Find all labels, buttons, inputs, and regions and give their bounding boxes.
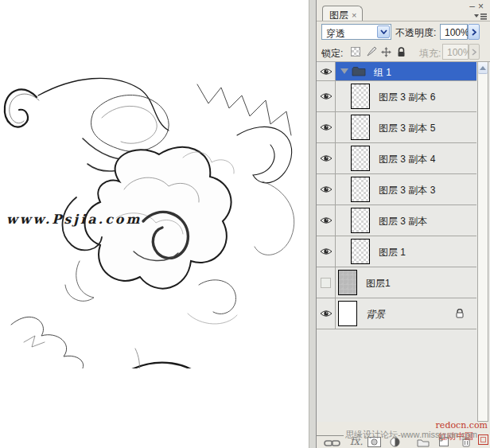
panel-menu-button[interactable] — [473, 12, 488, 21]
eye-icon — [320, 185, 332, 193]
photoshop-workspace: www.Psjia.com –× 图层× 穿透 不透明度: 100% — [0, 0, 490, 448]
tabstrip-divider — [317, 21, 490, 21]
watermark-forum-text: 思缘设计论坛-www.missyuan.com — [317, 429, 485, 441]
visibility-toggle[interactable] — [317, 143, 336, 173]
blend-mode-select[interactable]: 穿透 — [321, 24, 391, 40]
scroll-up-button[interactable] — [478, 62, 488, 74]
eye-icon — [320, 92, 332, 100]
scroll-up-arrow-icon — [480, 66, 486, 70]
tab-layers-label: 图层 — [329, 10, 348, 21]
layers-scrollbar[interactable] — [477, 61, 488, 422]
minimize-button[interactable]: – — [469, 1, 478, 12]
layer-row[interactable]: 图层 3 副本 3 — [317, 174, 476, 205]
eye-icon — [320, 68, 332, 76]
layer-thumbnail[interactable] — [338, 270, 357, 295]
visibility-toggle[interactable] — [317, 298, 336, 329]
layer-row[interactable]: 图层 3 副本 4 — [317, 143, 476, 174]
layer-thumbnail[interactable] — [351, 115, 370, 140]
visibility-toggle[interactable] — [317, 81, 336, 111]
watermark-redocn-text: redocn.com — [436, 420, 488, 430]
layer-row[interactable]: 图层 3 副本 5 — [317, 112, 476, 143]
layer-row-group-1[interactable]: 组 1 — [317, 62, 476, 81]
fill-arrow-button — [469, 44, 480, 60]
layer-thumbnail[interactable] — [351, 84, 370, 109]
layer-thumbnail[interactable] — [351, 146, 370, 171]
lock-icon — [397, 47, 406, 57]
layer-name: 图层1 — [366, 277, 391, 290]
eye-icon — [320, 154, 332, 162]
visibility-toggle[interactable] — [317, 62, 336, 80]
layer-name: 图层 3 副本 3 — [379, 184, 435, 197]
chevron-right-icon — [472, 49, 476, 56]
panel-footer-toolbar: fx. 思缘设计论坛-www.missyuan.com redocn.com 红… — [317, 422, 490, 448]
layer-row[interactable]: 图层1 — [317, 267, 476, 298]
blend-mode-dropdown-button[interactable] — [377, 25, 390, 38]
eye-icon — [320, 123, 332, 131]
layer-thumbnail[interactable] — [351, 177, 370, 202]
opacity-label: 不透明度: — [395, 26, 436, 40]
layer-name: 图层 3 副本 — [379, 215, 427, 228]
visibility-toggle[interactable] — [317, 267, 336, 298]
fill-input: 100% — [442, 44, 469, 60]
eye-icon — [320, 247, 332, 255]
chevron-down-icon — [380, 29, 387, 34]
chevron-right-icon — [472, 29, 476, 36]
watermark-red-logo — [478, 434, 488, 445]
layers-panel: –× 图层× 穿透 不透明度: 100% 锁定: — [316, 0, 490, 448]
visibility-toggle[interactable] — [317, 112, 336, 142]
lock-transparency-button[interactable] — [348, 45, 362, 58]
layers-list: 组 1 图层 3 副本 6 图层 3 副 — [317, 61, 490, 422]
expand-triangle-icon[interactable] — [340, 68, 348, 74]
layer-name: 图层 3 副本 6 — [379, 91, 435, 104]
canvas-watermark-text: www.Psjia.com — [6, 212, 142, 227]
close-button[interactable]: × — [478, 1, 487, 12]
opacity-input[interactable]: 100% — [440, 24, 468, 40]
layer-name: 图层 3 副本 5 — [379, 122, 435, 135]
tab-layers[interactable]: 图层× — [322, 6, 363, 21]
lock-all-button[interactable] — [395, 45, 408, 58]
brush-icon — [366, 46, 377, 57]
layer-thumbnail[interactable] — [351, 208, 370, 233]
layer-thumbnail[interactable] — [338, 301, 357, 326]
layer-thumbnail[interactable] — [351, 239, 370, 264]
visibility-empty-well — [321, 278, 331, 288]
panel-window-controls: –× — [469, 1, 487, 12]
opacity-arrow-button[interactable] — [468, 24, 480, 40]
lock-label: 锁定: — [321, 47, 343, 60]
layer-row[interactable]: 图层 1 — [317, 236, 476, 267]
layer-name: 图层 3 副本 4 — [379, 153, 435, 166]
layer-row-background[interactable]: 背景 — [317, 298, 476, 329]
visibility-toggle[interactable] — [317, 174, 336, 205]
layer-row[interactable]: 图层 3 副本 — [317, 205, 476, 236]
folder-icon — [352, 66, 366, 76]
visibility-toggle[interactable] — [317, 236, 336, 267]
layer-lock-badge — [456, 309, 464, 321]
eye-icon — [320, 310, 332, 317]
visibility-toggle[interactable] — [317, 205, 336, 236]
watermark-dash — [317, 435, 344, 436]
layer-row[interactable]: 图层 3 副本 6 — [317, 81, 476, 112]
move-icon — [381, 47, 391, 57]
layer-name: 图层 1 — [379, 246, 406, 259]
lock-icon — [456, 309, 464, 318]
tab-close-icon[interactable]: × — [352, 10, 356, 20]
document-canvas[interactable]: www.Psjia.com — [0, 0, 309, 448]
fill-label: 填充: — [419, 47, 441, 60]
lock-pixels-button[interactable] — [364, 45, 378, 58]
panel-menu-icon — [473, 12, 488, 21]
eye-icon — [320, 216, 332, 224]
transparency-checker-icon — [351, 47, 360, 56]
layer-name: 组 1 — [374, 66, 391, 80]
blend-mode-value: 穿透 — [326, 27, 345, 41]
layer-name: 背景 — [366, 308, 385, 321]
lock-position-button[interactable] — [379, 45, 393, 58]
